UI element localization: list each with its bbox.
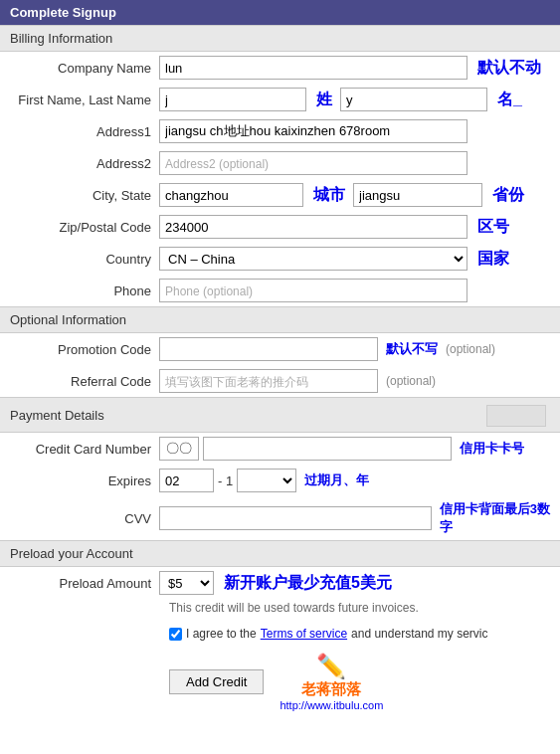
address2-input[interactable] — [159, 151, 467, 175]
expires-year-select[interactable] — [237, 469, 296, 492]
address1-label: Address1 — [0, 124, 159, 139]
zip-annotation: 区号 — [477, 217, 509, 238]
preload-field-area: $5 $10 $20 新开账户最少充值5美元 — [159, 571, 392, 595]
city-state-row: City, State 城市 省份 — [0, 179, 560, 211]
watermark: ✏️ 老蒋部落 http://www.itbulu.com — [280, 653, 383, 711]
terms-link[interactable]: Terms of service — [261, 627, 347, 641]
watermark-title: 老蒋部落 — [301, 680, 361, 699]
first-name-annotation: 姓 — [316, 90, 332, 110]
expires-field-area: - 1 过期月、年 — [159, 469, 369, 492]
address1-field-area — [159, 119, 467, 143]
country-select[interactable]: CN – China — [159, 247, 467, 271]
country-label: Country — [0, 252, 159, 267]
terms-prefix: I agree to the — [186, 627, 257, 641]
phone-row: Phone — [0, 275, 560, 306]
state-annotation: 省份 — [492, 185, 524, 206]
referral-label: Referral Code — [0, 374, 159, 389]
company-name-label: Company Name — [0, 61, 159, 76]
promo-annotation: 默认不写 — [386, 340, 438, 358]
city-annotation: 城市 — [313, 185, 345, 206]
company-name-annotation: 默认不动 — [477, 58, 541, 79]
preload-label: Preload Amount — [0, 576, 159, 591]
address2-label: Address2 — [0, 156, 159, 171]
cvv-annotation: 信用卡背面最后3数字 — [440, 500, 560, 536]
first-last-label: First Name, Last Name — [0, 93, 159, 107]
cc-field-area: 信用卡卡号 — [159, 437, 524, 461]
address2-row: Address2 — [0, 147, 560, 179]
expires-sep: - 1 — [218, 473, 233, 488]
expires-row-outer: Expires - 1 过期月、年 — [0, 465, 560, 496]
expires-annotation: 过期月、年 — [304, 471, 369, 489]
expires-label: Expires — [0, 473, 159, 488]
first-last-name-row: First Name, Last Name 姓 名_ — [0, 84, 560, 115]
city-state-label: City, State — [0, 188, 159, 203]
city-input[interactable] — [159, 183, 303, 207]
last-name-annotation: 名_ — [497, 90, 522, 110]
page-header: Complete Signup — [0, 0, 560, 25]
promo-input[interactable] — [159, 337, 378, 361]
credit-note: This credit will be used towards future … — [0, 599, 560, 621]
preload-annotation: 新开账户最少充值5美元 — [224, 573, 392, 594]
first-last-field-area: 姓 名_ — [159, 88, 522, 111]
billing-section-header: Billing Information — [0, 25, 560, 52]
last-name-input[interactable] — [340, 88, 487, 111]
expires-month-input[interactable] — [159, 469, 214, 492]
preload-row: Preload Amount $5 $10 $20 新开账户最少充值5美元 — [0, 567, 560, 599]
payment-section-header: Payment Details — [0, 397, 560, 433]
cvv-field-area: 信用卡背面最后3数字 — [159, 500, 560, 536]
referral-input[interactable] — [159, 369, 378, 393]
country-row: Country CN – China 国家 — [0, 243, 560, 275]
cvv-input[interactable] — [159, 506, 432, 530]
terms-checkbox[interactable] — [169, 628, 182, 641]
state-input[interactable] — [353, 183, 482, 207]
address1-input[interactable] — [159, 119, 467, 143]
cc-label: Credit Card Number — [0, 442, 159, 457]
referral-field-area: (optional) — [159, 369, 436, 393]
company-name-input[interactable] — [159, 56, 467, 80]
watermark-url: http://www.itbulu.com — [280, 699, 383, 711]
first-name-input[interactable] — [159, 88, 306, 111]
cc-prefix-input[interactable] — [159, 437, 199, 461]
add-credit-button[interactable]: Add Credit — [169, 669, 264, 694]
company-name-row: Company Name 默认不动 — [0, 52, 560, 84]
zip-field-area: 区号 — [159, 215, 509, 239]
terms-suffix: and understand my servic — [351, 627, 487, 641]
zip-input[interactable] — [159, 215, 467, 239]
country-field-area: CN – China 国家 — [159, 247, 509, 271]
promo-label: Promotion Code — [0, 342, 159, 357]
page-title: Complete Signup — [10, 5, 116, 20]
country-annotation: 国家 — [477, 249, 509, 270]
watermark-icon: ✏️ — [316, 653, 346, 680]
cc-annotation: 信用卡卡号 — [460, 440, 524, 458]
cc-main-input[interactable] — [203, 437, 452, 461]
promo-field-area: 默认不写 (optional) — [159, 337, 495, 361]
city-state-field-area: 城市 省份 — [159, 183, 524, 207]
add-credit-section: Add Credit ✏️ 老蒋部落 http://www.itbulu.com — [0, 647, 560, 721]
phone-field-area — [159, 279, 467, 302]
zip-row: Zip/Postal Code 区号 — [0, 211, 560, 243]
optional-section-header: Optional Information — [0, 306, 560, 333]
phone-label: Phone — [0, 283, 159, 298]
promo-row: Promotion Code 默认不写 (optional) — [0, 333, 560, 365]
cc-row-outer: Credit Card Number 信用卡卡号 — [0, 433, 560, 465]
address1-row: Address1 — [0, 115, 560, 147]
cvv-row: CVV 信用卡背面最后3数字 — [0, 496, 560, 540]
payment-logo-box — [486, 405, 546, 427]
terms-row: I agree to the Terms of service and unde… — [0, 621, 560, 647]
preload-select[interactable]: $5 $10 $20 — [159, 571, 214, 595]
promo-optional: (optional) — [446, 342, 495, 356]
preload-section-header: Preload your Account — [0, 540, 560, 567]
zip-label: Zip/Postal Code — [0, 220, 159, 235]
address2-field-area — [159, 151, 467, 175]
cvv-label: CVV — [0, 511, 159, 526]
phone-input[interactable] — [159, 279, 467, 302]
referral-row: Referral Code (optional) — [0, 365, 560, 397]
referral-optional: (optional) — [386, 374, 436, 388]
company-name-field-area: 默认不动 — [159, 56, 541, 80]
